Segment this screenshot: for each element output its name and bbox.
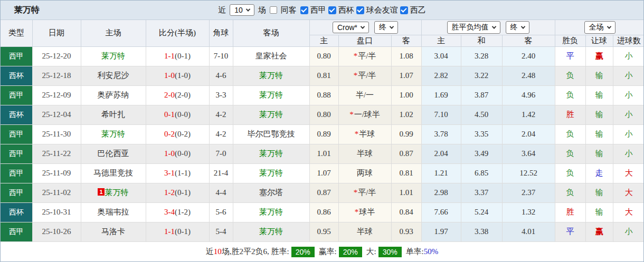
avg-draw-odds: 3.87: [461, 85, 502, 105]
odds-home: 0.87: [309, 183, 338, 202]
avg-type-select[interactable]: 胜平负均值: [447, 21, 500, 34]
avg-away-odds: 12.52: [502, 163, 555, 183]
goals-value: 大: [625, 169, 633, 177]
league-filter-checkbox-2[interactable]: [356, 6, 364, 14]
league-filter-checkbox-3[interactable]: [400, 6, 408, 14]
avg-away-odds: 2.48: [502, 66, 555, 85]
match-count-select[interactable]: 10: [230, 4, 254, 16]
avg-home-odds: 1.21: [421, 163, 461, 183]
avg-away-odds: 4.96: [502, 85, 555, 105]
goals-cell: 小: [613, 124, 644, 144]
home-team: 马德里竞技: [81, 163, 146, 183]
handicap-value: 半球: [357, 149, 373, 158]
bookmaker-select-value: Crow*: [337, 23, 357, 32]
avg-away-odds: 2.37: [502, 183, 555, 202]
avg-home-odds: 3.04: [421, 46, 461, 66]
match-date: 25-11-22: [32, 144, 81, 163]
avg-draw-odds: 6.85: [461, 163, 502, 183]
goals-cell: 小: [613, 144, 644, 163]
scope-select-value: 全场: [589, 23, 604, 32]
avg-away-odds: 4.01: [502, 222, 555, 241]
avg-time-select[interactable]: 终: [506, 21, 529, 34]
result-cell: 负: [555, 66, 585, 85]
handicap-value: 平/半: [358, 188, 376, 197]
match-score: 2-0(2-0): [146, 85, 209, 105]
goals-value: 小: [625, 71, 633, 80]
avg-away-odds: 3.64: [502, 144, 555, 163]
bookmaker-select[interactable]: Crow*: [333, 22, 369, 33]
odds-away: 1.07: [391, 66, 421, 85]
odds-home: 1.07: [309, 163, 338, 183]
league-type-badge: 西杯: [1, 105, 32, 124]
handicap-result-value: 输: [595, 91, 603, 99]
result-cell: 负: [555, 85, 585, 105]
corner-count: 4-2: [209, 124, 233, 144]
page-title: 莱万特: [14, 5, 40, 16]
odds-home: 0.80: [309, 46, 338, 66]
handicap-value: 半球: [357, 227, 373, 236]
halftime-score: (2-0): [175, 91, 191, 99]
result-value: 负: [566, 188, 574, 197]
col-header-home: 主场: [81, 20, 146, 46]
away-team-name: 莱万特: [259, 227, 283, 236]
goals-value: 大: [625, 208, 633, 216]
odds-home: 0.86: [309, 202, 338, 222]
avg-draw-odds: 5.24: [461, 202, 502, 222]
odds-time-select-value: 终: [379, 23, 386, 32]
fulltime-score: 0-1: [164, 110, 175, 119]
away-team-name: 莱万特: [259, 110, 283, 119]
result-cell: 负: [555, 163, 585, 183]
home-team: 利安尼沙: [81, 66, 146, 85]
home-team: 希叶扎: [81, 105, 146, 124]
handicap: 两球: [338, 163, 391, 183]
goals-cell: 小: [613, 105, 644, 124]
odds-away: 1.02: [391, 105, 421, 124]
table-row: 西甲 25-11-02 1莱万特 1-2(0-1) 4-4 塞尔塔 0.87 *…: [1, 183, 644, 202]
handicap-result-cell: 输: [585, 183, 613, 202]
handicap-result-value: 输: [595, 110, 603, 119]
league-filter-checkbox-1[interactable]: [328, 6, 336, 14]
handicap-result-cell: 走: [585, 163, 613, 183]
handicap: *平/半: [338, 183, 391, 202]
col-header-score: 比分(半场): [146, 20, 209, 46]
fulltime-score: 3-4: [164, 208, 175, 216]
goals-cell: 大: [613, 163, 644, 183]
home-team: 莱万特: [81, 46, 146, 66]
avg-draw-odds: 3.35: [461, 124, 502, 144]
away-team: 莱万特: [233, 66, 309, 85]
league-filter-label-1: 西杯: [338, 5, 354, 15]
home-team-name: 莱万特: [101, 130, 125, 138]
star-marker: *: [354, 52, 358, 60]
summary-footer: 近10场,胜2平2负6, 胜率:20% 赢率:20% 大:30% 单率:50%: [1, 242, 643, 262]
league-type-badge: 西甲: [1, 85, 32, 105]
halftime-score: (0-1): [175, 227, 191, 236]
away-team: 莱万特: [233, 85, 309, 105]
result-cell: 负: [555, 144, 585, 163]
avg-home-odds: 2.04: [421, 144, 461, 163]
matches-table: 类型 日期 主场 比分(半场) 角球 客场 Crow* 终 胜平负均值 终: [1, 20, 644, 242]
table-row: 西杯 25-12-18 利安尼沙 1-0(1-0) 4-6 莱万特 0.81 *…: [1, 66, 644, 85]
col-header-type: 类型: [1, 20, 32, 46]
handicap-result-value: 输: [595, 130, 603, 138]
result-cell: 负: [555, 183, 585, 202]
league-filter-group: 西甲西杯球会友谊西乙: [300, 5, 426, 15]
topbar: 莱万特 近 10 场 同客 西甲西杯球会友谊西乙: [1, 1, 643, 20]
home-team-name: 莱万特: [101, 52, 125, 60]
same-venue-checkbox[interactable]: [270, 6, 277, 14]
league-filter-checkbox-0[interactable]: [300, 6, 308, 14]
handicap-result-value: 走: [595, 169, 603, 177]
match-score: 3-1(1-1): [146, 163, 209, 183]
odds-time-select[interactable]: 终: [374, 21, 398, 34]
avg-away-odds: 2.04: [502, 124, 555, 144]
result-value: 平: [566, 52, 574, 60]
away-team-name: 莱万特: [259, 208, 283, 216]
table-row: 西甲 25-11-30 莱万特 0-2(0-2) 4-2 毕尔巴鄂竞技 0.89…: [1, 124, 644, 144]
handicap-result-value: 输: [595, 188, 603, 197]
odds-home: 0.81: [309, 66, 338, 85]
goals-value: 小: [625, 227, 633, 236]
scope-select[interactable]: 全场: [584, 21, 615, 34]
league-filter-label-2: 球会友谊: [366, 5, 398, 15]
match-score: 1-2(0-1): [146, 183, 209, 202]
corner-count: 21-4: [209, 163, 233, 183]
handicap-result-cell: 输: [585, 144, 613, 163]
